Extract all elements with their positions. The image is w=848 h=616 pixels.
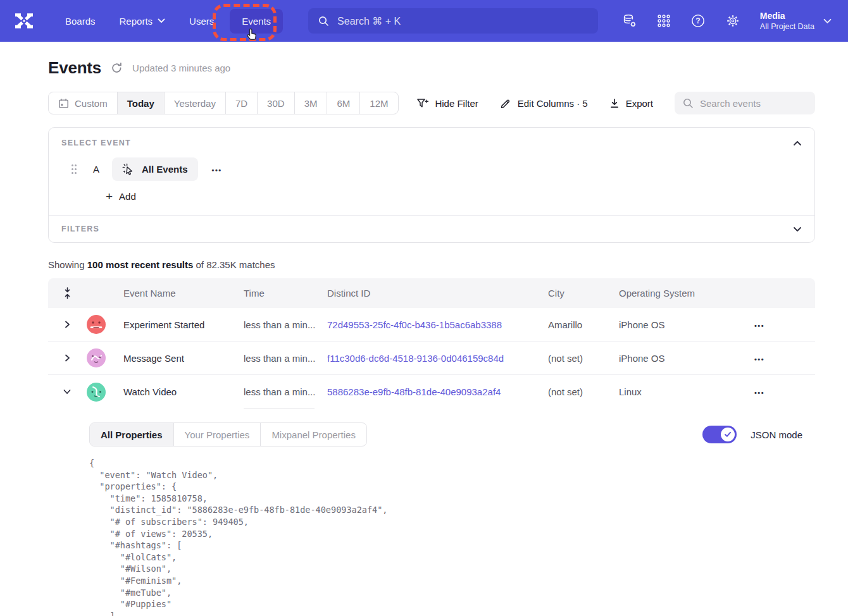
top-navbar: Boards Reports Users Events Search ⌘ + K xyxy=(0,0,848,42)
select-event-label: SELECT EVENT xyxy=(61,139,131,147)
results-count: 100 most recent results xyxy=(87,259,194,270)
date-option-custom[interactable]: Custom xyxy=(49,92,118,114)
export-button[interactable]: Export xyxy=(609,98,653,109)
chevron-down-icon[interactable] xyxy=(48,388,86,395)
event-selector-chip[interactable]: All Events xyxy=(112,157,198,181)
event-more-button[interactable]: ••• xyxy=(212,164,222,175)
nav-item-users[interactable]: Users xyxy=(177,9,226,34)
project-name: Media xyxy=(760,10,814,22)
tab-label: Your Properties xyxy=(185,429,250,440)
json-mode-label: JSON mode xyxy=(751,429,802,440)
chevron-right-icon[interactable] xyxy=(48,354,86,362)
drag-handle-icon[interactable] xyxy=(71,164,77,175)
toggle-knob xyxy=(721,428,735,441)
time-column-divider xyxy=(244,409,315,409)
hide-filter-label: Hide Filter xyxy=(435,98,478,109)
date-option-30d[interactable]: 30D xyxy=(258,92,295,114)
event-sparkle-cursor-icon xyxy=(122,163,135,176)
table-row[interactable]: Message Sent less than a min... f11c30d6… xyxy=(48,342,815,375)
nav-item-events[interactable]: Events xyxy=(230,9,283,34)
data-management-icon[interactable] xyxy=(622,13,637,28)
column-header-os[interactable]: Operating System xyxy=(619,288,751,299)
apps-grid-icon[interactable] xyxy=(657,14,671,28)
date-option-label: 12M xyxy=(370,98,388,109)
filters-section[interactable]: FILTERS xyxy=(49,215,814,242)
table-row[interactable]: Experiment Started less than a min... 72… xyxy=(48,308,815,342)
results-suffix: of 82.35K matches xyxy=(193,259,275,270)
global-search-input[interactable]: Search ⌘ + K xyxy=(308,8,598,34)
column-header-city[interactable]: City xyxy=(548,288,619,299)
cell-event-name: Watch Video xyxy=(123,386,244,397)
date-option-yesterday[interactable]: Yesterday xyxy=(165,92,226,114)
global-search-placeholder: Search ⌘ + K xyxy=(337,15,401,27)
column-header-event-name[interactable]: Event Name xyxy=(123,288,244,299)
nav-item-label: Boards xyxy=(65,16,96,27)
collapse-rows-icon[interactable] xyxy=(48,287,86,299)
edit-columns-button[interactable]: Edit Columns · 5 xyxy=(500,97,588,109)
date-option-12m[interactable]: 12M xyxy=(360,92,397,114)
tab-mixpanel-properties[interactable]: Mixpanel Properties xyxy=(261,423,366,446)
page-title: Events xyxy=(48,58,101,78)
chevron-right-icon[interactable] xyxy=(48,321,86,328)
event-chip-label: All Events xyxy=(142,164,188,175)
search-icon xyxy=(318,16,329,27)
search-events-input[interactable]: Search events xyxy=(675,92,815,114)
nav-item-boards[interactable]: Boards xyxy=(53,9,108,34)
search-icon xyxy=(683,98,694,109)
add-event-button[interactable]: + Add xyxy=(106,190,136,202)
project-switcher[interactable]: Media All Project Data xyxy=(760,10,832,32)
cell-city: (not set) xyxy=(548,386,619,397)
json-mode-toggle[interactable] xyxy=(702,426,737,443)
row-more-button[interactable]: ••• xyxy=(751,319,815,330)
add-event-label: Add xyxy=(119,191,136,202)
help-glyph: ? xyxy=(695,16,700,25)
chevron-down-icon xyxy=(823,18,832,24)
nav-item-reports[interactable]: Reports xyxy=(108,9,178,34)
more-icon: ••• xyxy=(212,166,222,174)
settings-gear-icon[interactable] xyxy=(725,13,740,28)
tab-all-properties[interactable]: All Properties xyxy=(90,423,174,446)
download-icon xyxy=(609,98,620,109)
check-icon xyxy=(724,431,732,438)
date-option-label: 6M xyxy=(337,98,350,109)
date-option-label: 30D xyxy=(267,98,285,109)
date-option-6m[interactable]: 6M xyxy=(327,92,360,114)
row-detail-panel: All Properties Your Properties Mixpanel … xyxy=(48,409,815,616)
cell-distinct-id-link[interactable]: f11c30d6-dc6d-4518-9136-0d046159c84d xyxy=(327,353,548,364)
more-icon: ••• xyxy=(754,389,764,397)
chevron-down-icon[interactable] xyxy=(793,226,802,232)
cell-time: less than a min... xyxy=(244,386,327,397)
tab-your-properties[interactable]: Your Properties xyxy=(174,423,261,446)
row-more-button[interactable]: ••• xyxy=(751,353,815,364)
help-icon[interactable]: ? xyxy=(690,13,706,28)
avatar xyxy=(86,382,123,402)
refresh-icon[interactable] xyxy=(111,62,123,74)
results-summary: Showing 100 most recent results of 82.35… xyxy=(48,259,815,270)
cell-city: (not set) xyxy=(548,353,619,364)
chevron-up-icon[interactable] xyxy=(793,140,802,146)
date-option-7d[interactable]: 7D xyxy=(226,92,258,114)
cell-event-name: Experiment Started xyxy=(123,319,244,330)
nav-item-label: Users xyxy=(189,16,214,27)
cell-distinct-id-link[interactable]: 72d49553-25fc-4f0c-b436-1b5ac6ab3388 xyxy=(327,319,548,330)
chevron-down-icon xyxy=(158,18,165,23)
pencil-icon xyxy=(500,97,511,109)
date-range-control: Custom Today Yesterday 7D 30D 3M 6M 12M xyxy=(48,92,399,114)
plus-icon: + xyxy=(106,190,113,202)
cell-distinct-id-link[interactable]: 5886283e-e9fb-48fb-81de-40e9093a2af4 xyxy=(327,386,548,397)
cell-os: iPhone OS xyxy=(619,353,751,364)
table-header-row: Event Name Time Distinct ID City Operati… xyxy=(48,278,815,308)
select-event-section: SELECT EVENT A xyxy=(49,128,814,215)
column-header-time[interactable]: Time xyxy=(244,288,327,299)
date-option-label: 7D xyxy=(235,98,247,109)
cell-time: less than a min... xyxy=(244,319,327,330)
mixpanel-logo-icon[interactable] xyxy=(14,11,34,30)
table-row[interactable]: Watch Video less than a min... 5886283e-… xyxy=(48,375,815,409)
date-option-3m[interactable]: 3M xyxy=(295,92,328,114)
more-icon: ••• xyxy=(754,322,764,330)
filters-label: FILTERS xyxy=(61,225,99,233)
date-option-today[interactable]: Today xyxy=(118,92,165,114)
hide-filter-button[interactable]: Hide Filter xyxy=(416,98,478,109)
row-more-button[interactable]: ••• xyxy=(751,386,815,397)
column-header-distinct-id[interactable]: Distinct ID xyxy=(327,288,548,299)
